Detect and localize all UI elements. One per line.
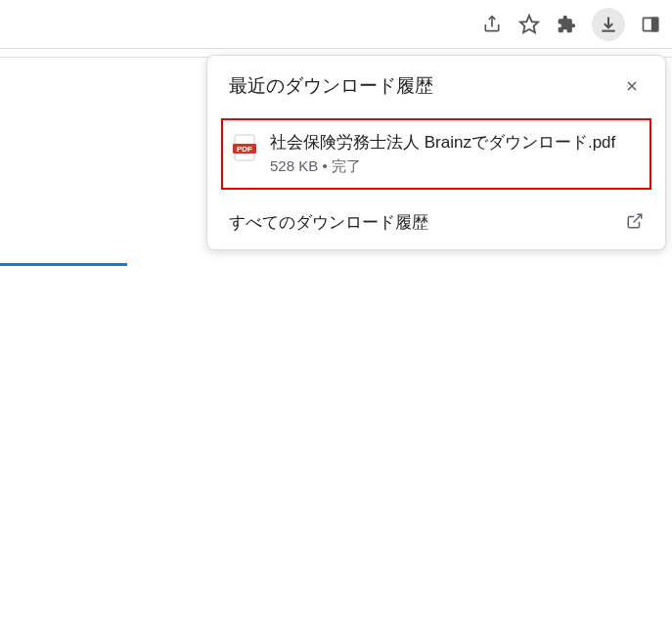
dropdown-header: 最近のダウンロード履歴 xyxy=(207,73,665,111)
download-status: 完了 xyxy=(332,157,361,174)
close-icon xyxy=(624,78,640,94)
puzzle-icon[interactable] xyxy=(555,13,578,36)
download-info: 社会保険労務士法人 Brainzでダウンロード.pdf 528 KB • 完了 xyxy=(270,132,640,176)
star-icon[interactable] xyxy=(517,13,541,36)
download-size: 528 KB xyxy=(270,157,318,174)
open-external-icon xyxy=(626,212,644,234)
svg-marker-0 xyxy=(520,15,538,31)
sidepanel-icon[interactable] xyxy=(639,13,662,36)
meta-separator: • xyxy=(318,157,332,174)
all-downloads-link[interactable]: すべてのダウンロード履歴 xyxy=(207,203,665,234)
loading-progress xyxy=(0,263,127,266)
download-icon xyxy=(597,13,620,36)
download-filename: 社会保険労務士法人 Brainzでダウンロード.pdf xyxy=(270,132,640,154)
dropdown-title: 最近のダウンロード履歴 xyxy=(229,73,433,99)
all-downloads-label: すべてのダウンロード履歴 xyxy=(229,211,428,234)
close-button[interactable] xyxy=(620,74,644,98)
svg-text:PDF: PDF xyxy=(237,145,252,154)
svg-rect-2 xyxy=(652,18,658,30)
downloads-dropdown: 最近のダウンロード履歴 PDF 社会保険労務士法人 Brainzでダウンロード.… xyxy=(206,55,666,250)
downloads-button[interactable] xyxy=(592,8,625,41)
download-item[interactable]: PDF 社会保険労務士法人 Brainzでダウンロード.pdf 528 KB •… xyxy=(221,118,651,190)
share-icon[interactable] xyxy=(480,13,504,36)
download-meta: 528 KB • 完了 xyxy=(270,157,640,176)
browser-toolbar xyxy=(0,0,672,49)
pdf-icon: PDF xyxy=(233,134,256,161)
